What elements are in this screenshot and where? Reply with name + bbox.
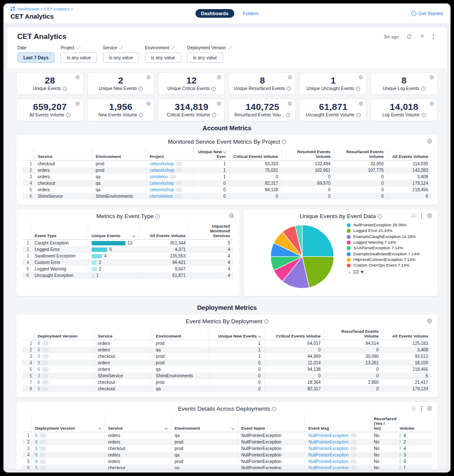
cell-link[interactable]: 5: [38, 386, 40, 391]
table-row[interactable]: 3Swallowed Exception4135,5534: [22, 253, 233, 259]
cell-link[interactable]: 5: [38, 354, 40, 359]
globe-icon[interactable]: [288, 75, 292, 80]
ellipsis-pill[interactable]: ···: [42, 347, 49, 352]
cell-link[interactable]: 6: [38, 367, 40, 372]
breadcrumb-text[interactable]: Dashboards > CET Analytics >: [17, 6, 73, 11]
column-header[interactable]: Event Msg: [305, 415, 370, 432]
cell-link[interactable]: cetworkshop: [150, 187, 174, 192]
ellipsis-pill[interactable]: ···: [39, 446, 46, 451]
legend-item[interactable]: Logged Error 21.43%: [347, 228, 428, 233]
table-row[interactable]: 16···ordersqaNullPointerExceptionNullPoi…: [22, 432, 432, 439]
column-header[interactable]: Service: [94, 328, 152, 340]
column-header[interactable]: Service: [34, 148, 92, 161]
table-row[interactable]: 85···checkoutqa082,3170179,124: [22, 386, 432, 392]
column-header[interactable]: Critical Events Volume: [264, 328, 324, 340]
kebab-menu-icon[interactable]: [432, 34, 435, 40]
table-row[interactable]: 28···ordersprodNullPointerExceptionNullP…: [22, 439, 432, 445]
column-header[interactable]: Deployment Version: [32, 415, 104, 432]
table-row[interactable]: 5Logged Warning29,6474: [22, 266, 233, 272]
column-header[interactable]: Service: [104, 415, 171, 432]
globe-icon[interactable]: [217, 75, 221, 80]
table-row[interactable]: 76···checkoutprod018,3642,86021,417: [22, 379, 432, 386]
tab-folders[interactable]: Folders: [243, 11, 259, 16]
ellipsis-pill[interactable]: ···: [39, 459, 46, 464]
filter-value-button[interactable]: is any value: [103, 52, 139, 63]
ellipsis-pill[interactable]: ···: [169, 174, 176, 179]
globe-icon[interactable]: [429, 75, 434, 80]
table-row[interactable]: 46···ordersqaNullPointerExceptionNullPoi…: [22, 452, 432, 458]
ellipsis-pill[interactable]: ···: [42, 354, 49, 359]
kebab-menu-icon[interactable]: [421, 405, 423, 412]
ellipsis-pill[interactable]: ···: [176, 187, 182, 192]
ellipsis-pill[interactable]: ···: [42, 367, 49, 372]
column-header[interactable]: Event Type: [31, 222, 88, 240]
column-header[interactable]: Resurfaced Events Volume: [334, 148, 387, 161]
globe-icon[interactable]: [427, 318, 432, 324]
table-row[interactable]: 1Caught Exception13351,3445: [22, 240, 233, 247]
ellipsis-pill[interactable]: ···: [176, 168, 182, 173]
cell-link[interactable]: 8: [35, 440, 38, 444]
ellipsis-pill[interactable]: ···: [350, 440, 357, 444]
ellipsis-pill[interactable]: ···: [42, 386, 49, 391]
sort-down-icon[interactable]: [258, 334, 261, 338]
globe-icon[interactable]: [358, 75, 363, 80]
cell-link[interactable]: NullPointerException: [308, 440, 348, 444]
ellipsis-pill[interactable]: ···: [350, 459, 357, 464]
column-header[interactable]: Volume: [396, 415, 432, 432]
column-header[interactable]: Environment: [152, 328, 208, 340]
ellipsis-pill[interactable]: ···: [39, 440, 46, 444]
ellipsis-pill[interactable]: ···: [175, 194, 182, 199]
cell-link[interactable]: NullPointerException: [308, 433, 348, 438]
cell-link[interactable]: cetworkshop: [150, 161, 174, 166]
column-header[interactable]: Unique New Events: [208, 328, 264, 340]
column-header[interactable]: Deployment Version: [34, 328, 94, 340]
cell-link[interactable]: NullPointerException: [308, 446, 348, 451]
ellipsis-pill[interactable]: ···: [39, 433, 46, 438]
globe-icon[interactable]: [358, 101, 363, 106]
table-row[interactable]: 65···checkoutqaNullPointerExceptionNullP…: [22, 465, 432, 469]
column-header[interactable]: Resurfaced Events Volume: [324, 328, 382, 340]
column-header[interactable]: Critical Events Volume: [230, 148, 282, 161]
legend-item[interactable]: ExampleCaughtException 14.29%: [347, 234, 428, 239]
table-row[interactable]: 35···checkoutprodNullPointerExceptionNul…: [22, 445, 432, 452]
cell-link[interactable]: 9: [38, 360, 40, 365]
globe-icon[interactable]: [427, 138, 432, 144]
column-header[interactable]: Resurfaced(Yes / No): [370, 415, 396, 432]
cell-link[interactable]: 3: [38, 373, 40, 378]
table-row[interactable]: 63···ShimiServiceShimiEnvironments0006: [22, 373, 432, 379]
bell-icon[interactable]: [411, 213, 416, 219]
table-row[interactable]: 5ordersqacetworkshop···094,13800218,456: [22, 187, 432, 193]
legend-item[interactable]: Logged Warning 7.14%: [347, 240, 428, 245]
globe-icon[interactable]: [146, 75, 151, 80]
pie-slice[interactable]: [302, 225, 334, 257]
table-row[interactable]: 4Custom Error296,4214: [22, 259, 233, 266]
globe-icon[interactable]: [217, 101, 221, 106]
sort-up-icon[interactable]: [98, 428, 101, 431]
filter-value-button[interactable]: is any value: [145, 52, 181, 63]
column-header[interactable]: Unique New Ever: [193, 148, 229, 161]
tab-dashboards[interactable]: Dashboards: [195, 9, 234, 18]
globe-icon[interactable]: [288, 101, 292, 106]
cell-link[interactable]: cetworkshop: [150, 168, 174, 173]
ellipsis-pill[interactable]: ···: [350, 453, 357, 457]
globe-icon[interactable]: [229, 213, 234, 219]
page-up-icon[interactable]: ▲: [347, 270, 352, 274]
ellipsis-pill[interactable]: ···: [42, 373, 49, 378]
bell-icon[interactable]: [411, 405, 416, 411]
cell-link[interactable]: NullPointerException: [308, 453, 348, 457]
ellipsis-pill[interactable]: ···: [350, 433, 357, 438]
globe-icon[interactable]: [427, 213, 432, 219]
column-header[interactable]: All Events Volume: [387, 148, 432, 161]
table-row[interactable]: 35···checkoutprod144,96930,09093,513: [22, 353, 432, 360]
globe-icon[interactable]: [75, 75, 80, 80]
table-row[interactable]: 26···ordersqa1003,408: [22, 347, 432, 353]
sort-down-icon[interactable]: [223, 150, 226, 153]
table-row[interactable]: 2Logged Error64,3714: [22, 246, 233, 253]
table-row[interactable]: 58···ordersprodNullPointerExceptionNullP…: [22, 458, 432, 465]
filter-value-button[interactable]: is any value: [61, 52, 96, 63]
kebab-menu-icon[interactable]: [421, 213, 423, 219]
legend-item[interactable]: HttpHostConnectException 7.14%: [347, 257, 428, 262]
cell-link[interactable]: 6: [38, 380, 40, 385]
ellipsis-pill[interactable]: ···: [350, 446, 357, 451]
cell-link[interactable]: 8: [38, 341, 40, 346]
